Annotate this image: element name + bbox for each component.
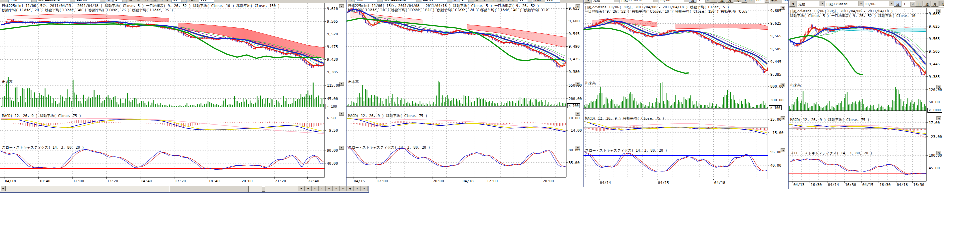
chart-tool-button-4[interactable]: R	[326, 186, 332, 191]
section-corner-button[interactable]: ▼	[339, 82, 344, 86]
chevron-down-icon[interactable]: ▼	[653, 0, 659, 2]
section-corner-button[interactable]: ▼	[576, 146, 580, 150]
period-day-button[interactable]: 日	[710, 0, 718, 3]
section-corner-button[interactable]: ◥	[936, 85, 941, 89]
period-day-button[interactable]: 日	[473, 0, 480, 2]
period-month-button[interactable]: 月	[726, 0, 733, 3]
spinner-icon[interactable]: ◿	[181, 0, 186, 2]
chevron-down-icon[interactable]: ▼	[889, 2, 894, 6]
spinner-icon[interactable]: ◿	[528, 0, 532, 2]
interval-spinner[interactable]: 1◿	[697, 0, 711, 3]
price_labels: 9,385	[327, 70, 338, 74]
period-day-button[interactable]: 日	[127, 0, 134, 2]
zoom-slider-handle[interactable]	[262, 186, 265, 192]
section-corner-button[interactable]: ◥	[781, 83, 785, 87]
bar-count-spinner[interactable]: 600	[545, 0, 560, 3]
market-select[interactable]: 先物▼	[797, 1, 825, 7]
section-corner-button[interactable]: ▼	[339, 146, 344, 150]
symbol-select[interactable]: 日経225mini▼	[36, 0, 76, 3]
section-corner-button[interactable]: ◥	[781, 6, 785, 10]
section-corner-button[interactable]: ▼	[576, 4, 580, 8]
window-menu-button[interactable]: ▼	[1, 0, 7, 2]
symbol-select[interactable]: 日経225mini▼	[382, 0, 422, 3]
chart-tool-button-0[interactable]: ◄	[298, 186, 305, 191]
toolbar-tail-button[interactable]: T	[505, 0, 510, 2]
chart-tool-button-6[interactable]: M	[340, 186, 347, 191]
spinner-icon[interactable]: ◿	[705, 0, 710, 3]
contract-select-value: 11/06	[423, 0, 433, 2]
section-corner-button[interactable]: ◥	[781, 116, 785, 120]
period-week-button[interactable]: 週	[135, 0, 142, 2]
period-minute-button[interactable]: 分	[734, 0, 741, 3]
window-menu-button[interactable]: ▼	[789, 1, 795, 7]
contract-select[interactable]: 11/06▼	[421, 0, 452, 3]
interval-spinner[interactable]: 1◿	[902, 1, 916, 7]
symbol-select[interactable]: 日経225mini▼	[619, 0, 659, 3]
spinner-icon[interactable]: ◿	[122, 0, 127, 2]
window-menu-button[interactable]: ▼	[584, 0, 590, 3]
period-month-button[interactable]: 月	[489, 0, 496, 2]
chevron-down-icon[interactable]: ▼	[31, 0, 37, 2]
market-select[interactable]: 先物▼	[355, 0, 383, 3]
toolbar-tail-button[interactable]: T	[742, 0, 747, 3]
chevron-down-icon[interactable]: ▼	[819, 2, 825, 6]
period-week-button[interactable]: 週	[481, 0, 488, 2]
chart-tool-button-9[interactable]: ▼	[361, 186, 368, 191]
chart-tool-button-2[interactable]: D	[312, 186, 318, 191]
spinner-icon[interactable]: ◿	[765, 0, 769, 3]
section-corner-button[interactable]: ▼	[339, 112, 344, 116]
section-corner-button[interactable]: ◥	[936, 9, 941, 13]
ashi-button[interactable]: 足	[894, 1, 901, 7]
section-corner-button[interactable]: ◥	[781, 148, 785, 152]
period-minute-button[interactable]: 分	[497, 0, 504, 2]
section-corner-button[interactable]: ▼	[576, 82, 580, 86]
ashi-button[interactable]: 足	[105, 0, 113, 2]
contract-select[interactable]: 11/06▼	[658, 0, 689, 3]
period-minute-button[interactable]: 分	[151, 0, 158, 2]
period-month-button[interactable]: 月	[143, 0, 150, 2]
spinner-icon[interactable]: ◿	[910, 2, 915, 7]
interval2-spinner[interactable]: 60◿	[172, 0, 187, 3]
chevron-down-icon[interactable]: ▼	[858, 2, 864, 6]
contract-select[interactable]: 11/06▼	[863, 1, 894, 7]
section-corner-button[interactable]: ▼	[339, 4, 344, 8]
spinner-icon[interactable]: ◿	[468, 0, 473, 2]
section-corner-button[interactable]: ◥	[936, 151, 941, 155]
ashi-button[interactable]: 足	[452, 0, 459, 2]
chart-tool-button-1[interactable]: ►	[305, 186, 312, 191]
chart-tool-button-3[interactable]: L	[319, 186, 326, 191]
period-minute-button[interactable]: 分	[939, 1, 944, 7]
toolbar-tail-button[interactable]: T	[159, 0, 164, 2]
section-corner-button[interactable]: ◥	[936, 116, 941, 120]
interval-spinner[interactable]: 1◿	[460, 0, 474, 3]
period-week-button[interactable]: 週	[718, 0, 725, 3]
period-week-button[interactable]: 週	[923, 1, 931, 7]
chevron-down-icon[interactable]: ▼	[70, 0, 75, 2]
symbol-select[interactable]: 日経225mini▼	[824, 1, 864, 7]
scrollbar-left-arrow[interactable]: ◄	[0, 186, 6, 191]
chevron-down-icon[interactable]: ▼	[684, 0, 689, 2]
ashi-button[interactable]: 足	[689, 0, 696, 3]
chart-tool-button-7[interactable]: ◆	[347, 186, 353, 191]
market-select[interactable]: 先物▼	[8, 0, 37, 3]
chevron-down-icon[interactable]: ▼	[614, 0, 620, 2]
interval-spinner[interactable]: 1◿	[113, 0, 127, 3]
chevron-down-icon[interactable]: ▼	[100, 0, 106, 2]
window-menu-button[interactable]: ▼	[347, 0, 353, 2]
contract-select[interactable]: 11/06▼	[75, 0, 106, 3]
scrollbar-thumb[interactable]	[169, 186, 249, 192]
chevron-down-icon[interactable]: ▼	[416, 0, 422, 2]
chevron-down-icon[interactable]: ▼	[447, 0, 452, 2]
bar-count-spinner[interactable]: 600	[782, 0, 788, 3]
chart-tool-button-8[interactable]: ▲	[354, 186, 361, 191]
period-day-button[interactable]: 日	[915, 1, 923, 7]
bar-count-spinner[interactable]: 600	[199, 0, 214, 3]
period-month-button[interactable]: 月	[931, 1, 939, 7]
interval2-spinner[interactable]: 60◿	[518, 0, 533, 3]
horizontal-scrollbar[interactable]: ◄◄►DLRAM◆▲▼	[0, 186, 369, 192]
market-select[interactable]: 先物▼	[592, 0, 620, 3]
chart-tool-button-5[interactable]: A	[333, 186, 339, 191]
section-corner-button[interactable]: ▼	[576, 112, 580, 116]
chevron-down-icon[interactable]: ▼	[377, 0, 383, 2]
interval2-spinner[interactable]: 60◿	[755, 0, 770, 3]
